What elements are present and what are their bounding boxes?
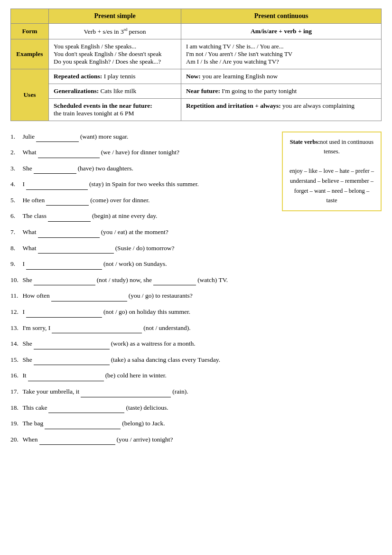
ex14-hint: (work) as a waitress for a month.: [111, 339, 196, 349]
ex19-hint: (belong) to Jack.: [122, 418, 165, 429]
ex5-text: He often: [22, 195, 45, 206]
table-row-form: Form Verb + s/es in 3rd person Am/is/are…: [11, 24, 382, 39]
exercise-12: 12. I (not / go) on holiday this summer.: [10, 307, 382, 318]
ex13-text: I'm sorry, I: [22, 323, 50, 333]
ex6-blank: [48, 211, 91, 222]
ex18-blank: [48, 403, 124, 414]
ex17-blank: [81, 386, 171, 397]
ex8-text: What: [22, 243, 36, 254]
ex13-blank: [52, 323, 142, 334]
header-present-simple: Present simple: [49, 9, 181, 24]
uses-pc-3: Repetition and irritation + always: you …: [181, 98, 382, 121]
ex12-hint: (not / go) on holiday this summer.: [103, 307, 190, 317]
ex20-text: When: [22, 434, 37, 445]
ex9-hint: (not / work) on Sundays.: [103, 259, 167, 269]
ex18-text: This cake: [22, 403, 47, 413]
ex6-hint: (begin) at nine every day.: [92, 211, 157, 221]
exercise-10: 10. She (not / study) now, she (watch) T…: [10, 275, 382, 286]
table-header-row: Present simple Present continuous: [11, 9, 382, 24]
ex10-blank2: [153, 275, 196, 286]
form-present-simple: Verb + s/es in 3rd person: [49, 24, 181, 39]
ex20-blank: [39, 434, 115, 445]
examples-present-simple: You speak English / She speaks... You do…: [49, 39, 181, 69]
ex2-blank: [38, 147, 100, 158]
exercise-16: 16. It (be) cold here in winter.: [10, 370, 382, 381]
ex7-blank: [38, 227, 100, 238]
ex9-blank: [26, 259, 102, 270]
ex2-hint: (we / have) for dinner tonight?: [101, 147, 179, 158]
examples-present-continuous: I am watching TV / She is... / You are..…: [181, 39, 382, 69]
ex11-text: How often: [22, 291, 49, 301]
ex13-hint: (not / understand).: [143, 323, 190, 333]
ex4-hint: (stay) in Spain for two weeks this summe…: [89, 179, 199, 189]
header-empty: [11, 9, 49, 24]
ex7-hint: (you / eat) at the moment?: [101, 227, 168, 237]
uses-ps-3: Scheduled events in the near future:the …: [49, 98, 181, 121]
ex14-blank: [34, 339, 110, 349]
exercise-11: 11. How often (you / go) to restaurants?: [10, 291, 382, 301]
exercises-section: State verbs:not used in continuous tense…: [10, 132, 382, 445]
ex8-blank: [38, 243, 114, 254]
ex10-hint1: (not / study) now, she: [97, 275, 152, 285]
ex15-blank: [34, 355, 110, 366]
ex19-text: The bag: [22, 418, 43, 429]
exercise-18: 18. This cake (taste) delicious.: [10, 403, 382, 414]
ex17-hint: (rain).: [172, 386, 188, 397]
examples-label: Examples: [11, 39, 49, 69]
ex12-blank: [26, 307, 102, 318]
state-verbs-title: State verbs:: [290, 139, 320, 145]
uses-pc-1: Now: you are learning English now: [181, 69, 382, 84]
ex19-blank: [45, 418, 121, 429]
ex1-hint: (want) more sugar.: [80, 132, 129, 142]
exercise-8: 8. What (Susie / do) tomorrow?: [10, 243, 382, 254]
exercise-9: 9. I (not / work) on Sundays.: [10, 259, 382, 270]
ex6-text: The class: [22, 211, 47, 221]
table-row-examples: Examples You speak English / She speaks.…: [11, 39, 382, 69]
ex3-text: She: [22, 163, 32, 174]
ex16-text: It: [22, 370, 26, 381]
exercise-7: 7. What (you / eat) at the moment?: [10, 227, 382, 238]
grammar-table: Present simple Present continuous Form V…: [10, 9, 382, 121]
ex8-hint: (Susie / do) tomorrow?: [115, 243, 175, 254]
exercise-15: 15. She (take) a salsa dancing class eve…: [10, 355, 382, 366]
exercise-13: 13. I'm sorry, I (not / understand).: [10, 323, 382, 334]
ex17-text: Take your umbrella, it: [22, 386, 79, 397]
ex16-blank: [28, 370, 104, 381]
uses-ps-2: Generalizations: Cats like milk: [49, 84, 181, 98]
exercise-20: 20. When (you / arrive) tonight?: [10, 434, 382, 445]
ex10-blank1: [34, 275, 95, 286]
ex10-text: She: [22, 275, 32, 285]
table-row-uses-3: Scheduled events in the near future:the …: [11, 98, 382, 121]
ex18-hint: (taste) delicious.: [126, 403, 168, 413]
state-verbs-box: State verbs:not used in continuous tense…: [282, 132, 382, 211]
ex2-text: What: [22, 147, 36, 158]
exercise-14: 14. She (work) as a waitress for a month…: [10, 339, 382, 349]
table-row-uses-2: Generalizations: Cats like milk Near fut…: [11, 84, 382, 98]
uses-pc-2: Near future: I'm going to the party toni…: [181, 84, 382, 98]
state-verbs-subtitle: not used in continuous tenses.: [320, 139, 373, 155]
ex11-hint: (you / go) to restaurants?: [129, 291, 193, 301]
table-row-uses-1: Uses Repeated actions: I play tennis Now…: [11, 69, 382, 84]
ex15-hint: (take) a salsa dancing class every Tuesd…: [111, 355, 220, 365]
exercise-17: 17. Take your umbrella, it (rain).: [10, 386, 382, 397]
state-verbs-list: enjoy – like – love – hate – prefer – un…: [289, 168, 374, 204]
ex4-text: I: [22, 179, 25, 189]
ex9-text: I: [22, 259, 25, 269]
ex11-blank: [51, 291, 127, 301]
ex7-text: What: [22, 227, 36, 237]
ex3-blank: [34, 163, 76, 174]
exercise-19: 19. The bag (belong) to Jack.: [10, 418, 382, 429]
ex14-text: She: [22, 339, 32, 349]
ex5-hint: (come) over for dinner.: [90, 195, 149, 206]
ex16-hint: (be) cold here in winter.: [105, 370, 167, 381]
ex15-text: She: [22, 355, 32, 365]
form-present-continuous: Am/is/are + verb + ing: [181, 24, 382, 39]
ex1-blank: [36, 132, 79, 142]
uses-label: Uses: [11, 69, 49, 121]
header-present-continuous: Present continuous: [181, 9, 382, 24]
uses-ps-1: Repeated actions: I play tennis: [49, 69, 181, 84]
exercise-6: 6. The class (begin) at nine every day.: [10, 211, 382, 222]
ex20-hint: (you / arrive) tonight?: [117, 434, 173, 445]
ex5-blank: [46, 195, 89, 206]
form-label: Form: [11, 24, 49, 39]
